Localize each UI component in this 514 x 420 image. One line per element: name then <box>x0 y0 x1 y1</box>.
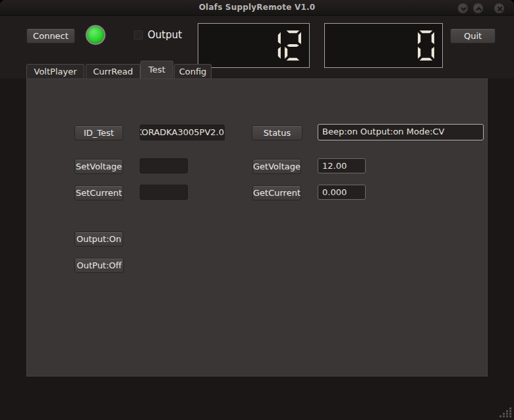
tab-currread[interactable]: CurrRead <box>86 64 140 78</box>
output-on-button[interactable]: Output:On <box>74 231 123 247</box>
get-voltage-button[interactable]: GetVoltage <box>252 159 301 174</box>
connection-led-indicator <box>86 25 105 45</box>
tab-config[interactable]: Config <box>174 64 212 78</box>
quit-button[interactable]: Quit <box>450 28 496 44</box>
get-current-button[interactable]: GetCurrent <box>252 185 301 200</box>
tab-voltplayer[interactable]: VoltPlayer <box>26 64 84 78</box>
get-current-field[interactable]: 0.000 <box>318 185 366 200</box>
output-checkbox[interactable] <box>134 30 143 40</box>
status-button[interactable]: Status <box>252 125 302 140</box>
connect-button[interactable]: Connect <box>26 28 75 44</box>
set-current-field[interactable] <box>140 185 188 200</box>
window-title: Olafs SupplyRemote V1.0 <box>0 3 514 12</box>
minimize-button[interactable] <box>457 3 469 14</box>
test-tab-panel: ID_Test KORADKA3005PV2.0 Status Beep:on … <box>26 78 488 376</box>
get-voltage-field[interactable]: 12.00 <box>318 158 366 173</box>
title-bar: Olafs SupplyRemote V1.0 <box>0 0 514 16</box>
maximize-button[interactable] <box>472 3 484 14</box>
app-window: Olafs SupplyRemote V1.0 Connect Output Q… <box>0 0 514 420</box>
id-test-field[interactable]: KORADKA3005PV2.0 <box>140 125 225 140</box>
set-voltage-button[interactable]: SetVoltage <box>74 159 123 174</box>
id-test-value: KORADKA3005PV2.0 <box>140 125 224 139</box>
output-checkbox-label: Output <box>148 29 182 41</box>
close-button[interactable] <box>494 3 505 14</box>
id-test-button[interactable]: ID_Test <box>74 125 123 140</box>
resize-grip[interactable] <box>500 407 511 417</box>
set-current-button[interactable]: SetCurrent <box>74 185 123 200</box>
tab-bar: VoltPlayer CurrRead Test Config <box>0 61 514 78</box>
set-voltage-field[interactable] <box>140 158 188 173</box>
tab-test[interactable]: Test <box>140 61 173 78</box>
status-field[interactable]: Beep:on Output:on Mode:CV <box>318 124 484 140</box>
output-off-button[interactable]: OutPut:Off <box>74 258 124 273</box>
